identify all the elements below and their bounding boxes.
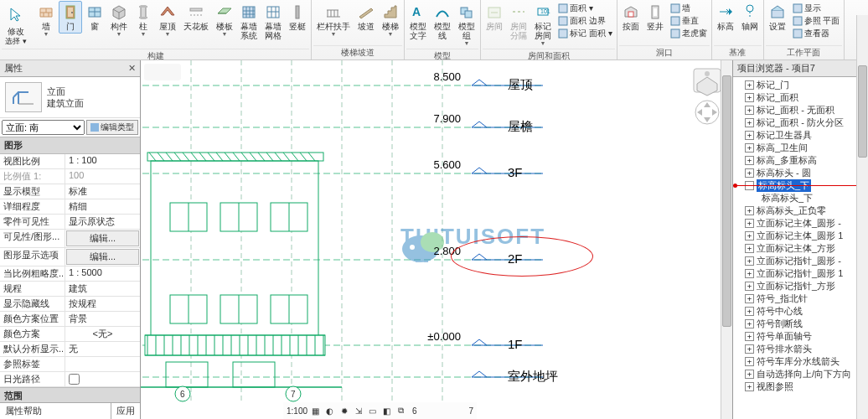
edit-button[interactable]: 编辑... <box>66 249 139 265</box>
tree-node[interactable]: +符号剖断线 <box>733 318 868 330</box>
drawing-canvas[interactable]: 67 TUITUISOFT 8.500屋顶7.900屋檐5.6003F2.800… <box>141 60 732 419</box>
small-item[interactable]: 面积 ▾ <box>558 2 612 14</box>
roof-button[interactable]: 屋顶▼ <box>156 1 179 39</box>
expand-icon[interactable]: + <box>745 168 754 178</box>
scale-display[interactable]: 1:100 <box>287 406 307 416</box>
sb-icon[interactable]: ⇲ <box>352 405 364 417</box>
stair-button[interactable]: 楼梯▼ <box>379 1 402 39</box>
view-control-bar[interactable] <box>144 64 181 80</box>
component-button[interactable]: 构件▼ <box>107 1 131 39</box>
mullion-button[interactable]: 竖梃 <box>286 1 309 34</box>
tree-node[interactable]: +标记_面积 - 无面积 <box>733 104 868 116</box>
edit-button[interactable]: 编辑... <box>66 230 139 246</box>
small-item[interactable]: 面积 边界 <box>558 14 612 27</box>
prop-value[interactable]: 按规程 <box>65 297 140 311</box>
room-sep-button[interactable]: 房间分隔 <box>507 1 530 43</box>
room-button[interactable]: 房间 <box>483 1 506 34</box>
prop-value[interactable]: 标准 <box>65 184 140 199</box>
expand-icon[interactable]: + <box>745 332 754 341</box>
edit-type-button[interactable]: 编辑类型 <box>86 120 138 135</box>
browser-scrollbar[interactable] <box>856 15 868 419</box>
family-thumb[interactable] <box>5 82 42 112</box>
prop-value[interactable]: 1 : 100 <box>65 154 140 168</box>
small-item[interactable]: 老虎窗 <box>670 27 707 39</box>
tree-node[interactable]: +标高标头_正负零 <box>733 204 868 217</box>
small-item[interactable]: 墙 <box>670 2 707 14</box>
tree-node[interactable]: +符号中心线 <box>733 305 868 318</box>
ceiling-button[interactable]: 天花板 <box>180 1 212 34</box>
tree-node[interactable]: +符号单面轴号 <box>733 330 868 343</box>
prop-value[interactable]: 建筑 <box>65 282 140 296</box>
expand-icon[interactable]: + <box>745 357 754 366</box>
prop-value[interactable] <box>65 357 140 371</box>
properties-help[interactable]: 属性帮助 <box>0 403 47 419</box>
model-group-button[interactable]: 模型组▼ <box>455 1 478 49</box>
expand-icon[interactable]: + <box>745 294 754 303</box>
grid-button[interactable]: 轴网 <box>738 1 762 34</box>
prop-value[interactable]: 背景 <box>65 312 140 326</box>
small-item[interactable]: 垂直 <box>670 14 707 27</box>
tree-node[interactable]: +标记_面积 <box>733 91 868 104</box>
model-line-button[interactable]: 模型线 <box>431 1 454 43</box>
expand-icon[interactable]: + <box>745 206 754 215</box>
small-item[interactable]: 查看器 <box>793 27 840 39</box>
vertical-scrollbar[interactable] <box>721 60 732 419</box>
expand-icon[interactable]: + <box>745 269 754 278</box>
expand-icon[interactable]: + <box>745 370 754 379</box>
tree-node[interactable]: +视图参照 <box>733 380 868 393</box>
wall-button[interactable]: 墙▼ <box>34 1 58 39</box>
tree-node[interactable]: +立面标记主体_方形 <box>733 242 868 255</box>
instance-selector[interactable]: 立面: 南 <box>2 120 85 135</box>
tree-node[interactable]: −标高标头_下 <box>733 179 868 192</box>
expand-icon[interactable]: + <box>745 319 754 328</box>
curtain-system-button[interactable]: 幕墙系统 <box>237 1 261 43</box>
tree-node[interactable]: +符号排水箭头 <box>733 343 868 355</box>
small-item[interactable]: 参照 平面 <box>793 14 840 27</box>
tree-node[interactable]: +符号_指北针 <box>733 292 868 305</box>
tag-room-button[interactable]: 101标记房间▼ <box>531 1 555 49</box>
tree-node[interactable]: +立面标记指针_圆形 - <box>733 255 868 267</box>
expand-icon[interactable]: + <box>745 93 754 102</box>
checkbox[interactable] <box>69 374 80 385</box>
ramp-button[interactable]: 坡道 <box>354 1 378 34</box>
set-button[interactable]: 设置 <box>766 1 789 34</box>
tree-node[interactable]: 标高标头_下 <box>733 192 868 204</box>
expand-icon[interactable]: + <box>745 382 754 391</box>
column-button[interactable]: 柱▼ <box>132 1 155 39</box>
tree-node[interactable]: +立面标记主体_圆形 - <box>733 217 868 230</box>
expand-icon[interactable]: + <box>745 106 754 115</box>
by-face-button[interactable]: 按面 <box>619 1 643 34</box>
level-button[interactable]: 标高 <box>714 1 737 34</box>
prop-value[interactable]: 无 <box>65 342 140 356</box>
close-icon[interactable]: ✕ <box>128 63 136 74</box>
tree-node[interactable]: +立面标记指针_方形 <box>733 280 868 292</box>
railing-button[interactable]: 栏杆扶手▼ <box>313 1 354 39</box>
prop-value[interactable]: 精细 <box>65 199 140 214</box>
tree-node[interactable]: +标高_多重标高 <box>733 154 868 167</box>
tree-node[interactable]: +立面标记指针_圆形 1 <box>733 267 868 280</box>
expand-icon[interactable]: + <box>745 131 754 140</box>
tree-node[interactable]: +标高标头 - 圆 <box>733 167 868 179</box>
prop-value[interactable]: 100 <box>65 169 140 184</box>
model-text-button[interactable]: A模型文字 <box>406 1 430 43</box>
expand-icon[interactable]: + <box>745 80 754 90</box>
expand-icon[interactable]: + <box>745 143 754 153</box>
door-button[interactable]: 门 <box>59 1 82 34</box>
shaft-button[interactable]: 竖井 <box>643 1 667 34</box>
expand-icon[interactable]: + <box>745 156 754 165</box>
expand-icon[interactable]: + <box>745 282 754 291</box>
tree-node[interactable]: +标记_门 <box>733 79 868 91</box>
sb-icon[interactable]: ▦ <box>309 405 322 417</box>
sb-icon[interactable]: ◐ <box>323 405 336 417</box>
expand-icon[interactable]: + <box>745 118 754 127</box>
small-item[interactable]: 标记 面积 ▾ <box>558 27 612 39</box>
apply-button[interactable]: 应用 <box>111 403 140 419</box>
sb-icon[interactable]: ◧ <box>380 405 393 417</box>
tree-node[interactable]: +自动选择向上/向下方向 <box>733 368 868 380</box>
sb-icon[interactable]: ⧉ <box>395 405 407 417</box>
tree-node[interactable]: +符号车库分水线箭头 <box>733 355 868 368</box>
modify-button[interactable]: 修改选择 ▾ <box>2 1 30 49</box>
expand-icon[interactable]: + <box>745 244 754 253</box>
expand-icon[interactable]: + <box>745 307 754 316</box>
sb-icon[interactable]: ▭ <box>366 405 379 417</box>
